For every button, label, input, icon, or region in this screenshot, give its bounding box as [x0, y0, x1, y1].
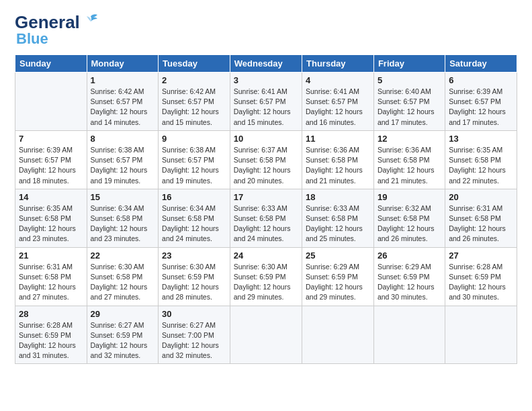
day-info: Sunrise: 6:32 AM Sunset: 6:58 PM Dayligh…	[378, 203, 441, 244]
day-number: 6	[449, 75, 513, 85]
day-info: Sunrise: 6:35 AM Sunset: 6:58 PM Dayligh…	[19, 203, 83, 244]
day-number: 12	[378, 134, 441, 144]
calendar-cell: 19Sunrise: 6:32 AM Sunset: 6:58 PM Dayli…	[373, 189, 445, 247]
calendar-cell: 15Sunrise: 6:34 AM Sunset: 6:58 PM Dayli…	[87, 189, 159, 247]
day-info: Sunrise: 6:28 AM Sunset: 6:59 PM Dayligh…	[19, 320, 83, 361]
calendar-cell: 10Sunrise: 6:37 AM Sunset: 6:58 PM Dayli…	[230, 130, 302, 189]
calendar-cell: 26Sunrise: 6:29 AM Sunset: 6:59 PM Dayli…	[373, 247, 445, 306]
day-number: 23	[162, 250, 226, 261]
day-info: Sunrise: 6:31 AM Sunset: 6:58 PM Dayligh…	[19, 262, 83, 303]
day-number: 24	[234, 250, 298, 261]
calendar-cell: 3Sunrise: 6:41 AM Sunset: 6:57 PM Daylig…	[230, 73, 302, 131]
calendar-cell: 13Sunrise: 6:35 AM Sunset: 6:58 PM Dayli…	[445, 130, 517, 189]
day-info: Sunrise: 6:27 AM Sunset: 7:00 PM Dayligh…	[162, 320, 226, 361]
day-info: Sunrise: 6:29 AM Sunset: 6:59 PM Dayligh…	[306, 262, 370, 303]
day-info: Sunrise: 6:33 AM Sunset: 6:58 PM Dayligh…	[306, 203, 370, 244]
day-info: Sunrise: 6:38 AM Sunset: 6:57 PM Dayligh…	[91, 145, 155, 186]
calendar-cell	[15, 73, 87, 131]
day-number: 4	[306, 75, 370, 85]
day-number: 14	[19, 192, 83, 202]
calendar-body: 1Sunrise: 6:42 AM Sunset: 6:57 PM Daylig…	[15, 73, 517, 364]
day-number: 28	[19, 309, 83, 319]
calendar-cell	[302, 306, 374, 364]
day-number: 10	[234, 134, 298, 144]
calendar-week-row: 21Sunrise: 6:31 AM Sunset: 6:58 PM Dayli…	[15, 247, 517, 306]
day-number: 3	[234, 75, 298, 85]
calendar-week-row: 14Sunrise: 6:35 AM Sunset: 6:58 PM Dayli…	[15, 189, 517, 247]
day-number: 13	[449, 134, 513, 144]
day-number: 21	[19, 250, 83, 261]
day-number: 2	[162, 75, 226, 85]
day-number: 16	[162, 192, 226, 202]
calendar-cell: 23Sunrise: 6:30 AM Sunset: 6:59 PM Dayli…	[159, 247, 230, 306]
day-info: Sunrise: 6:41 AM Sunset: 6:57 PM Dayligh…	[306, 87, 370, 128]
calendar-cell: 9Sunrise: 6:38 AM Sunset: 6:57 PM Daylig…	[159, 130, 230, 189]
logo-blue: Blue	[16, 30, 48, 48]
calendar-cell: 18Sunrise: 6:33 AM Sunset: 6:58 PM Dayli…	[302, 189, 374, 247]
day-number: 22	[91, 250, 155, 261]
day-number: 27	[449, 250, 513, 261]
day-info: Sunrise: 6:27 AM Sunset: 6:59 PM Dayligh…	[91, 320, 155, 361]
calendar-cell: 30Sunrise: 6:27 AM Sunset: 7:00 PM Dayli…	[159, 306, 230, 364]
calendar-header: SundayMondayTuesdayWednesdayThursdayFrid…	[15, 55, 517, 73]
weekday-header: Sunday	[15, 55, 87, 73]
day-number: 5	[378, 75, 441, 85]
calendar-cell	[373, 306, 445, 364]
day-info: Sunrise: 6:38 AM Sunset: 6:57 PM Dayligh…	[162, 145, 226, 186]
logo: General Blue	[15, 12, 100, 48]
calendar-cell: 5Sunrise: 6:40 AM Sunset: 6:57 PM Daylig…	[373, 73, 445, 131]
calendar-week-row: 1Sunrise: 6:42 AM Sunset: 6:57 PM Daylig…	[15, 73, 517, 131]
calendar-cell: 8Sunrise: 6:38 AM Sunset: 6:57 PM Daylig…	[87, 130, 159, 189]
header: General Blue	[15, 12, 517, 48]
day-info: Sunrise: 6:33 AM Sunset: 6:58 PM Dayligh…	[234, 203, 298, 244]
day-number: 8	[91, 134, 155, 144]
weekday-row: SundayMondayTuesdayWednesdayThursdayFrid…	[15, 55, 517, 73]
calendar-week-row: 7Sunrise: 6:39 AM Sunset: 6:57 PM Daylig…	[15, 130, 517, 189]
calendar-cell: 22Sunrise: 6:30 AM Sunset: 6:58 PM Dayli…	[87, 247, 159, 306]
day-number: 30	[162, 309, 226, 319]
day-info: Sunrise: 6:34 AM Sunset: 6:58 PM Dayligh…	[162, 203, 226, 244]
calendar-cell	[445, 306, 517, 364]
calendar-cell: 11Sunrise: 6:36 AM Sunset: 6:58 PM Dayli…	[302, 130, 374, 189]
day-number: 26	[378, 250, 441, 261]
weekday-header: Thursday	[302, 55, 374, 73]
day-info: Sunrise: 6:30 AM Sunset: 6:58 PM Dayligh…	[91, 262, 155, 303]
day-info: Sunrise: 6:39 AM Sunset: 6:57 PM Dayligh…	[19, 145, 83, 186]
day-info: Sunrise: 6:41 AM Sunset: 6:57 PM Dayligh…	[234, 87, 298, 128]
day-info: Sunrise: 6:34 AM Sunset: 6:58 PM Dayligh…	[91, 203, 155, 244]
calendar-week-row: 28Sunrise: 6:28 AM Sunset: 6:59 PM Dayli…	[15, 306, 517, 364]
calendar-cell: 21Sunrise: 6:31 AM Sunset: 6:58 PM Dayli…	[15, 247, 87, 306]
calendar-cell: 28Sunrise: 6:28 AM Sunset: 6:59 PM Dayli…	[15, 306, 87, 364]
calendar-cell: 2Sunrise: 6:42 AM Sunset: 6:57 PM Daylig…	[159, 73, 230, 131]
day-number: 19	[378, 192, 441, 202]
calendar-cell: 16Sunrise: 6:34 AM Sunset: 6:58 PM Dayli…	[159, 189, 230, 247]
day-info: Sunrise: 6:28 AM Sunset: 6:59 PM Dayligh…	[449, 262, 513, 303]
day-info: Sunrise: 6:36 AM Sunset: 6:58 PM Dayligh…	[306, 145, 370, 186]
calendar-cell: 4Sunrise: 6:41 AM Sunset: 6:57 PM Daylig…	[302, 73, 374, 131]
day-info: Sunrise: 6:30 AM Sunset: 6:59 PM Dayligh…	[234, 262, 298, 303]
calendar-table: SundayMondayTuesdayWednesdayThursdayFrid…	[15, 54, 517, 364]
logo-bird-icon	[81, 12, 100, 31]
calendar-cell: 29Sunrise: 6:27 AM Sunset: 6:59 PM Dayli…	[87, 306, 159, 364]
calendar-cell	[230, 306, 302, 364]
day-number: 17	[234, 192, 298, 202]
calendar-cell: 17Sunrise: 6:33 AM Sunset: 6:58 PM Dayli…	[230, 189, 302, 247]
calendar-cell: 27Sunrise: 6:28 AM Sunset: 6:59 PM Dayli…	[445, 247, 517, 306]
day-number: 11	[306, 134, 370, 144]
weekday-header: Saturday	[445, 55, 517, 73]
day-info: Sunrise: 6:29 AM Sunset: 6:59 PM Dayligh…	[378, 262, 441, 303]
calendar-cell: 12Sunrise: 6:36 AM Sunset: 6:58 PM Dayli…	[373, 130, 445, 189]
calendar-cell: 25Sunrise: 6:29 AM Sunset: 6:59 PM Dayli…	[302, 247, 374, 306]
calendar-cell: 20Sunrise: 6:31 AM Sunset: 6:58 PM Dayli…	[445, 189, 517, 247]
day-info: Sunrise: 6:31 AM Sunset: 6:58 PM Dayligh…	[449, 203, 513, 244]
calendar-cell: 6Sunrise: 6:39 AM Sunset: 6:57 PM Daylig…	[445, 73, 517, 131]
weekday-header: Wednesday	[230, 55, 302, 73]
calendar-cell: 24Sunrise: 6:30 AM Sunset: 6:59 PM Dayli…	[230, 247, 302, 306]
day-info: Sunrise: 6:37 AM Sunset: 6:58 PM Dayligh…	[234, 145, 298, 186]
day-info: Sunrise: 6:39 AM Sunset: 6:57 PM Dayligh…	[449, 87, 513, 128]
day-number: 15	[91, 192, 155, 202]
day-number: 25	[306, 250, 370, 261]
day-info: Sunrise: 6:35 AM Sunset: 6:58 PM Dayligh…	[449, 145, 513, 186]
day-info: Sunrise: 6:42 AM Sunset: 6:57 PM Dayligh…	[91, 87, 155, 128]
page: General Blue SundayMondayTuesdayWednesda…	[0, 0, 532, 411]
